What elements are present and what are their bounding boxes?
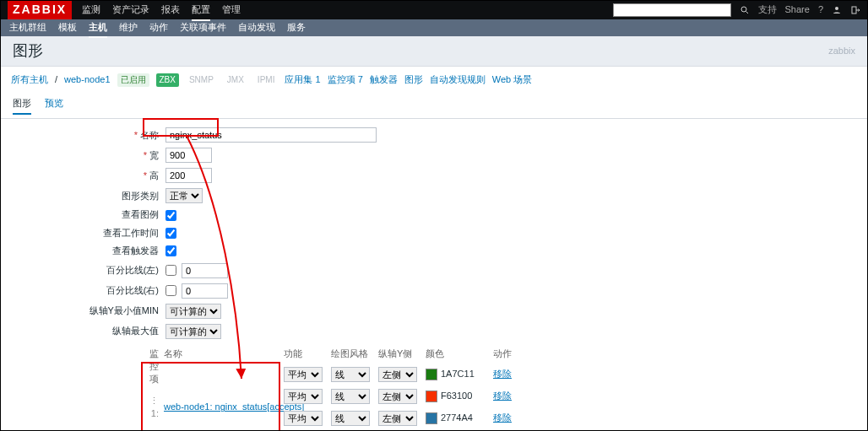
- top-nav-bar: ZABBIX 监测资产记录报表配置管理 支持 Share ?: [1, 1, 867, 19]
- col-function: 功能: [284, 347, 323, 360]
- brand-label: zabbix: [828, 45, 855, 57]
- col-name: 名称: [164, 347, 299, 386]
- ymax-select[interactable]: 可计算的: [165, 324, 221, 339]
- svg-rect-3: [852, 7, 856, 13]
- name-input[interactable]: [165, 127, 377, 143]
- search-icon[interactable]: [740, 5, 750, 15]
- items-link[interactable]: 监控项 7: [328, 73, 363, 86]
- main-nav-item[interactable]: 监测: [82, 3, 100, 16]
- web-link[interactable]: Web 场景: [492, 73, 532, 86]
- tab[interactable]: 预览: [45, 97, 63, 115]
- fn-select[interactable]: 平均: [284, 411, 323, 426]
- main-nav-item[interactable]: 资产记录: [112, 3, 149, 16]
- gtype-label: 图形类别: [1, 190, 165, 202]
- pctl-label: 百分比线(左): [1, 264, 165, 277]
- ymin-select[interactable]: 可计算的: [165, 304, 221, 319]
- form-tabs: 图形预览: [1, 94, 867, 119]
- main-nav-item[interactable]: 管理: [222, 3, 241, 16]
- legend-checkbox[interactable]: [165, 210, 176, 221]
- enabled-chip: 已启用: [117, 73, 149, 87]
- apps-link[interactable]: 应用集 1: [285, 73, 320, 86]
- row-index[interactable]: ⋮ 1:: [143, 395, 164, 421]
- yaxis-select[interactable]: 左侧: [378, 367, 417, 382]
- color-swatch[interactable]: [426, 391, 437, 402]
- color-swatch[interactable]: [426, 369, 437, 380]
- yaxis-select[interactable]: 左侧: [378, 411, 417, 426]
- fn-select[interactable]: 平均: [284, 367, 323, 382]
- items-options: 功能 绘图风格 纵轴Y侧 颜色 动作 平均线左侧1A7C11移除平均线左侧F63…: [284, 344, 518, 431]
- main-nav-item[interactable]: 报表: [161, 3, 180, 16]
- tab[interactable]: 图形: [13, 97, 31, 115]
- main-nav: 监测资产记录报表配置管理: [82, 3, 241, 16]
- color-code: F63100: [441, 390, 472, 402]
- worktime-checkbox[interactable]: [165, 228, 176, 239]
- host-link[interactable]: web-node1: [64, 73, 110, 86]
- worktime-label: 查看工作时间: [1, 227, 165, 240]
- help-icon[interactable]: ?: [818, 3, 823, 16]
- col-drawstyle: 绘图风格: [331, 347, 370, 360]
- triggers-label: 查看触发器: [1, 245, 165, 257]
- all-hosts-link[interactable]: 所有主机: [11, 73, 48, 86]
- graphs-link[interactable]: 图形: [404, 73, 423, 86]
- ipmi-chip: IPMI: [254, 73, 279, 87]
- item-option-row: 平均线左侧F63100移除: [284, 385, 518, 407]
- sub-nav-item[interactable]: 服务: [287, 21, 306, 34]
- item-option-row: 平均线左侧1A7C11移除: [284, 364, 518, 385]
- pctl-input[interactable]: [182, 263, 228, 278]
- title-bar: 图形 zabbix: [1, 36, 867, 67]
- svg-point-0: [741, 7, 746, 12]
- logout-icon[interactable]: [850, 5, 860, 15]
- sub-nav-item[interactable]: 主机群组: [9, 21, 46, 34]
- remove-link[interactable]: 移除: [493, 391, 512, 401]
- remove-link[interactable]: 移除: [493, 412, 512, 423]
- user-icon[interactable]: [832, 5, 842, 15]
- graph-form: 名称 宽 高 图形类别 正常 查看图例 查看工作时间 查看触发器 百分比线(左)…: [1, 119, 867, 431]
- gtype-select[interactable]: 正常: [165, 188, 203, 203]
- svg-point-2: [835, 7, 838, 10]
- sub-nav-item[interactable]: 主机: [89, 21, 107, 34]
- items-table: 监控项 名称 ⋮ 1:web-node1: nginx_status[accep…: [1, 344, 867, 431]
- color-swatch[interactable]: [426, 412, 437, 424]
- sub-nav-item[interactable]: 自动发现: [238, 21, 275, 34]
- discovery-link[interactable]: 自动发现规则: [430, 73, 486, 86]
- svg-line-1: [746, 12, 748, 14]
- jmx-chip: JMX: [224, 73, 247, 87]
- support-link[interactable]: 支持: [758, 3, 777, 16]
- col-color: 颜色: [426, 347, 485, 360]
- drawstyle-select[interactable]: 线: [331, 411, 370, 426]
- host-breadcrumb: 所有主机 / web-node1 已启用 ZBX SNMP JMX IPMI 应…: [1, 67, 867, 94]
- page-title: 图形: [13, 40, 43, 62]
- width-input[interactable]: [165, 148, 212, 163]
- pctr-checkbox[interactable]: [165, 285, 176, 296]
- pctr-label: 百分比线(右): [1, 284, 165, 297]
- height-input[interactable]: [165, 168, 212, 183]
- zbx-chip: ZBX: [156, 73, 179, 87]
- main-nav-item[interactable]: 配置: [192, 3, 210, 16]
- ymax-label: 纵轴最大值: [1, 325, 165, 337]
- search-input[interactable]: [613, 3, 731, 17]
- sub-nav-item[interactable]: 维护: [119, 21, 138, 34]
- fn-select[interactable]: 平均: [284, 389, 323, 404]
- drawstyle-select[interactable]: 线: [331, 389, 370, 404]
- sub-nav-item[interactable]: 模板: [58, 21, 77, 34]
- yaxis-select[interactable]: 左侧: [378, 389, 417, 404]
- sub-nav-bar: 主机群组模板主机维护动作关联项事件自动发现服务: [1, 19, 867, 36]
- color-code: 1A7C11: [441, 368, 475, 380]
- col-items: 监控项: [143, 347, 164, 386]
- drawstyle-select[interactable]: 线: [331, 367, 370, 382]
- triggers-checkbox[interactable]: [165, 245, 176, 256]
- triggers-link[interactable]: 触发器: [370, 73, 398, 86]
- sub-nav-item[interactable]: 关联项事件: [180, 21, 226, 34]
- pctr-input[interactable]: [182, 283, 228, 299]
- ymin-label: 纵轴Y最小值MIN: [1, 304, 165, 317]
- snmp-chip: SNMP: [186, 73, 217, 87]
- sub-nav-item[interactable]: 动作: [149, 21, 168, 34]
- item-option-row: 平均线左侧2774A4移除: [284, 407, 518, 429]
- col-action: 动作: [493, 347, 518, 360]
- height-label: 高: [1, 170, 165, 182]
- share-link[interactable]: Share: [785, 3, 810, 16]
- pctl-checkbox[interactable]: [165, 265, 176, 276]
- zabbix-logo: ZABBIX: [8, 1, 72, 19]
- color-code: 2774A4: [441, 412, 473, 424]
- remove-link[interactable]: 移除: [493, 369, 512, 379]
